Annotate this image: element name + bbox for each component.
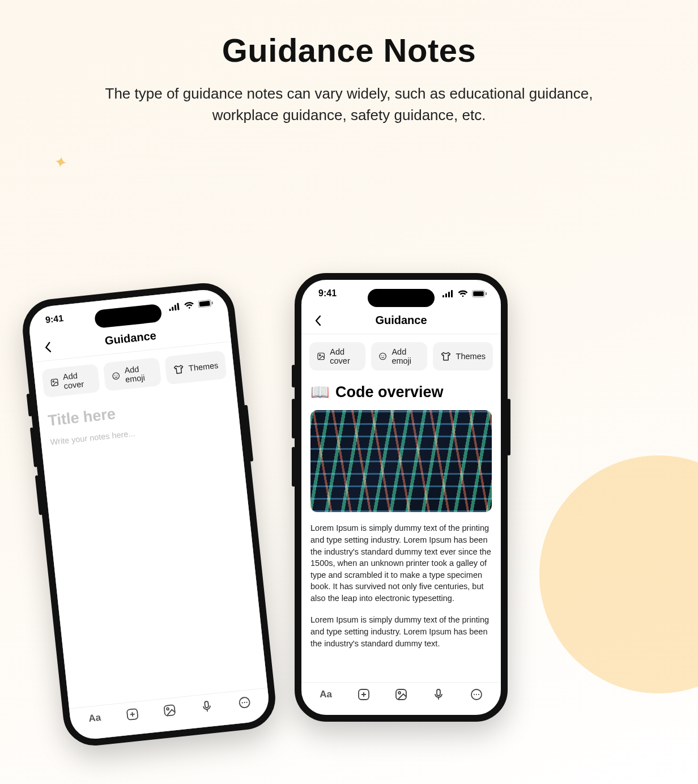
chip-label: Add emoji	[124, 363, 154, 384]
wifi-icon	[458, 290, 468, 297]
voice-button[interactable]	[427, 683, 450, 706]
svg-rect-2	[174, 305, 177, 310]
chip-label: Themes	[188, 361, 219, 373]
cellular-icon	[442, 290, 454, 297]
text-style-button[interactable]: Aa	[82, 706, 107, 731]
phone-mock-empty: 9:41 Guidance Add cover	[20, 280, 279, 749]
note-emoji: 📖	[310, 383, 330, 401]
svg-point-19	[246, 701, 247, 702]
svg-rect-35	[437, 689, 440, 696]
chip-label: Add emoji	[391, 347, 419, 365]
svg-point-29	[380, 353, 386, 360]
image-icon	[317, 351, 325, 362]
back-button[interactable]	[309, 312, 326, 329]
insert-image-button[interactable]	[157, 698, 182, 723]
svg-point-30	[381, 355, 382, 356]
sparkle-icon: ✦	[52, 152, 68, 172]
page-subtitle: The type of guidance notes can vary wide…	[100, 83, 598, 126]
svg-rect-33	[396, 689, 406, 700]
more-icon	[470, 688, 483, 701]
svg-point-28	[319, 355, 321, 356]
image-icon	[394, 688, 408, 701]
svg-rect-6	[211, 301, 213, 304]
svg-point-8	[53, 381, 54, 382]
plus-square-icon	[125, 707, 139, 722]
svg-point-11	[117, 375, 118, 376]
emoji-icon	[378, 351, 387, 362]
image-icon	[50, 377, 59, 389]
battery-icon	[472, 290, 487, 297]
svg-point-9	[113, 373, 120, 380]
wifi-icon	[184, 301, 194, 310]
note-title[interactable]: 📖 Code overview	[310, 383, 492, 401]
image-icon	[162, 703, 177, 718]
shirt-icon	[440, 351, 452, 362]
chip-label: Add cover	[62, 370, 92, 391]
svg-rect-20	[442, 295, 444, 297]
svg-point-39	[478, 694, 479, 695]
svg-rect-21	[445, 293, 447, 297]
text-style-button[interactable]: Aa	[314, 683, 337, 706]
svg-point-34	[398, 692, 401, 694]
svg-rect-3	[177, 302, 179, 310]
plus-square-icon	[357, 688, 371, 701]
svg-point-14	[167, 708, 169, 710]
header-title: Guidance	[375, 314, 427, 327]
svg-rect-5	[199, 301, 210, 306]
add-cover-button[interactable]: Add cover	[309, 342, 365, 370]
insert-image-button[interactable]	[390, 683, 412, 706]
svg-point-18	[244, 702, 245, 703]
note-paragraph[interactable]: Lorem Ipsum is simply dummy text of the …	[310, 522, 492, 604]
chevron-left-icon	[44, 341, 52, 353]
voice-button[interactable]	[194, 694, 219, 719]
themes-button[interactable]: Themes	[433, 342, 493, 370]
app-header: Guidance	[301, 307, 501, 334]
svg-point-37	[474, 694, 475, 695]
svg-rect-1	[172, 306, 174, 310]
chip-label: Add cover	[330, 347, 358, 365]
status-bar: 9:41	[301, 280, 501, 307]
svg-rect-15	[205, 701, 208, 708]
svg-rect-22	[448, 292, 450, 297]
back-button[interactable]	[39, 338, 57, 356]
mic-icon	[432, 688, 445, 701]
svg-rect-27	[318, 353, 324, 360]
svg-point-17	[241, 702, 242, 703]
header-title: Guidance	[104, 329, 157, 347]
svg-point-31	[384, 355, 384, 356]
status-time: 9:41	[45, 313, 64, 325]
add-emoji-button[interactable]: Add emoji	[103, 357, 161, 391]
add-block-button[interactable]	[352, 683, 375, 706]
shirt-icon	[172, 364, 185, 376]
svg-rect-25	[473, 291, 484, 296]
add-emoji-button[interactable]: Add emoji	[371, 342, 427, 370]
emoji-icon	[111, 370, 121, 382]
svg-rect-23	[451, 290, 453, 297]
page-title: Guidance Notes	[0, 31, 698, 69]
more-button[interactable]	[465, 683, 488, 706]
chevron-left-icon	[314, 315, 321, 326]
battery-icon	[198, 299, 214, 308]
mic-icon	[199, 699, 214, 714]
chip-label: Themes	[456, 352, 486, 361]
note-paragraph[interactable]: Lorem Ipsum is simply dummy text of the …	[310, 614, 492, 649]
add-cover-button[interactable]: Add cover	[41, 364, 100, 398]
svg-rect-26	[486, 292, 487, 295]
svg-point-38	[476, 694, 477, 695]
more-button[interactable]	[232, 690, 257, 715]
note-title-text: Code overview	[335, 384, 444, 401]
themes-button[interactable]: Themes	[164, 351, 227, 385]
svg-rect-0	[169, 309, 171, 311]
cover-image[interactable]	[310, 410, 492, 512]
editor-toolbar: Aa	[301, 682, 501, 715]
cellular-icon	[168, 302, 180, 311]
more-icon	[237, 695, 252, 710]
decorative-circle	[539, 455, 698, 693]
status-time: 9:41	[318, 288, 337, 299]
svg-point-10	[114, 375, 116, 376]
phone-mock-filled: 9:41 Guidance Add cover	[295, 273, 508, 722]
add-block-button[interactable]	[120, 702, 144, 727]
